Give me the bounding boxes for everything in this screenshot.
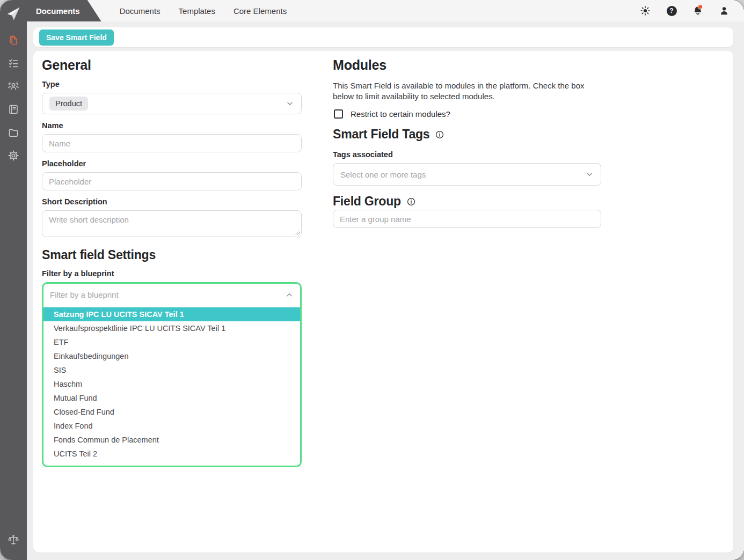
general-section: General Type Product Name Placeholder Sh… bbox=[42, 57, 302, 546]
blueprint-option[interactable]: Haschm bbox=[43, 377, 300, 391]
tags-select[interactable]: Select one or more tags bbox=[333, 163, 601, 186]
short-description-wrap bbox=[42, 210, 302, 237]
blueprint-option[interactable]: Satzung IPC LU UCITS SICAV Teil 1 bbox=[43, 307, 300, 321]
smart-field-settings-title: Smart field Settings bbox=[42, 248, 302, 262]
active-tab-label: Documents bbox=[36, 6, 80, 16]
info-icon[interactable] bbox=[435, 130, 444, 139]
name-label: Name bbox=[42, 121, 302, 130]
restrict-modules-checkbox[interactable] bbox=[334, 109, 343, 119]
chevron-up-icon bbox=[285, 291, 294, 299]
checklist-icon[interactable] bbox=[6, 56, 20, 70]
filter-blueprint-label: Filter by a blueprint bbox=[42, 269, 302, 278]
user-profile-icon[interactable] bbox=[718, 5, 730, 17]
blueprint-option[interactable]: Fonds Commun de Placement bbox=[43, 433, 300, 447]
active-tab-documents[interactable]: Documents bbox=[27, 0, 101, 21]
help-icon[interactable]: ? bbox=[666, 5, 677, 17]
app-logo-icon bbox=[4, 5, 23, 24]
settings-gear-icon[interactable] bbox=[6, 149, 20, 163]
placeholder-input[interactable] bbox=[42, 172, 302, 190]
blueprint-option[interactable]: Mutual Fund bbox=[43, 391, 300, 405]
notification-dot bbox=[699, 5, 702, 9]
field-group-title: Field Group bbox=[333, 194, 601, 209]
blueprint-combobox: Satzung IPC LU UCITS SICAV Teil 1Verkauf… bbox=[42, 282, 302, 467]
general-title: General bbox=[42, 57, 302, 73]
folders-icon[interactable] bbox=[6, 126, 20, 139]
topbar: Documents Documents Templates Core Eleme… bbox=[27, 0, 744, 21]
blueprint-filter-input[interactable] bbox=[50, 290, 285, 299]
type-value-chip[interactable]: Product bbox=[49, 97, 88, 110]
short-description-label: Short Description bbox=[42, 197, 302, 206]
blueprint-combobox-head[interactable] bbox=[43, 284, 300, 306]
notifications-bell-icon[interactable] bbox=[692, 5, 704, 17]
type-select[interactable]: Product bbox=[42, 93, 302, 114]
blueprint-option[interactable]: SIS bbox=[43, 363, 300, 377]
blueprint-option[interactable]: Verkaufsprospektlinie IPC LU UCITS SICAV… bbox=[43, 321, 300, 335]
field-group-title-text: Field Group bbox=[333, 194, 401, 209]
field-group-input[interactable] bbox=[333, 210, 601, 228]
type-label: Type bbox=[42, 80, 302, 89]
clients-icon[interactable] bbox=[6, 79, 20, 93]
top-nav: Documents Templates Core Elements bbox=[120, 6, 287, 16]
sidebar bbox=[0, 0, 27, 560]
sidebar-nav bbox=[6, 33, 20, 163]
chevron-down-icon bbox=[286, 99, 294, 108]
info-icon[interactable] bbox=[406, 197, 416, 207]
blueprint-option[interactable]: ETF bbox=[43, 335, 300, 349]
help-glyph: ? bbox=[667, 6, 677, 16]
restrict-modules-label: Restrict to certain modules? bbox=[351, 109, 450, 119]
brightness-icon[interactable] bbox=[639, 5, 651, 17]
name-input[interactable] bbox=[42, 134, 302, 152]
tags-associated-label: Tags associated bbox=[333, 150, 601, 159]
blueprint-options: Satzung IPC LU UCITS SICAV Teil 1Verkauf… bbox=[43, 306, 300, 466]
modules-description: This Smart Field is available to modules… bbox=[333, 80, 590, 101]
placeholder-label: Placeholder bbox=[42, 159, 302, 168]
topbar-actions: ? bbox=[639, 5, 730, 17]
nav-item-documents[interactable]: Documents bbox=[120, 6, 161, 16]
modules-section: Modules This Smart Field is available to… bbox=[333, 57, 601, 546]
restrict-modules-row: Restrict to certain modules? bbox=[333, 109, 601, 119]
nav-item-templates[interactable]: Templates bbox=[179, 6, 215, 16]
nav-item-core-elements[interactable]: Core Elements bbox=[234, 6, 287, 16]
chevron-down-icon bbox=[585, 170, 594, 179]
blueprint-option[interactable]: Einkaufsbedingungen bbox=[43, 349, 300, 363]
app-window: Documents Documents Templates Core Eleme… bbox=[0, 0, 744, 560]
action-toolbar: Save Smart Field bbox=[33, 27, 733, 47]
library-icon[interactable] bbox=[6, 102, 20, 116]
blueprint-option[interactable]: Closed-End Fund bbox=[43, 405, 300, 419]
blueprint-option[interactable]: Index Fond bbox=[43, 419, 300, 433]
tags-select-placeholder: Select one or more tags bbox=[340, 170, 426, 179]
smart-field-form: General Type Product Name Placeholder Sh… bbox=[33, 51, 733, 552]
content-area: Save Smart Field General Type Product Na… bbox=[27, 21, 744, 560]
save-smart-field-button[interactable]: Save Smart Field bbox=[39, 30, 114, 46]
smart-field-tags-title: Smart Field Tags bbox=[333, 127, 601, 142]
smart-field-tags-title-text: Smart Field Tags bbox=[333, 127, 429, 142]
legal-scale-icon[interactable] bbox=[6, 533, 20, 547]
modules-title: Modules bbox=[333, 57, 601, 73]
documents-icon[interactable] bbox=[6, 33, 20, 47]
blueprint-option[interactable]: UCITS Teil 2 bbox=[43, 447, 300, 461]
short-description-textarea[interactable] bbox=[42, 210, 302, 237]
